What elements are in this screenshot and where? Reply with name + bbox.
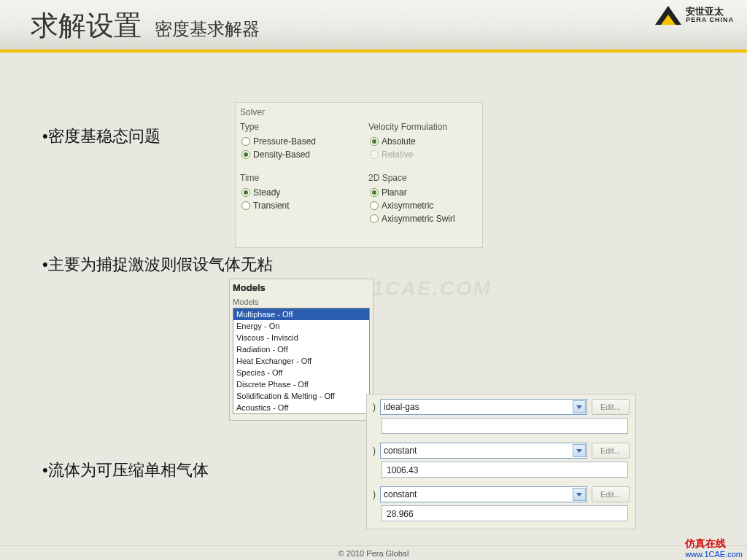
radio-absolute[interactable]: Absolute (368, 135, 478, 148)
slide-header: 求解设置 密度基求解器 安世亚太 PERA CHINA (0, 0, 747, 52)
radio-icon (370, 150, 379, 159)
property-row-cp: ) constant Edit... 1006.43 (373, 443, 630, 478)
bullet-2: •主要为捕捉激波则假设气体无粘 (42, 254, 273, 276)
slide-title: 求解设置 (31, 7, 142, 44)
property-row-mw: ) constant Edit... 28.966 (373, 486, 630, 521)
logo-triangle-icon (655, 6, 681, 25)
radio-icon (241, 188, 250, 197)
property-row-density: ) ideal-gas Edit... (373, 399, 630, 434)
company-logo: 安世亚太 PERA CHINA (655, 6, 734, 25)
time-label: Time (240, 173, 349, 183)
bullet-3: •流体为可压缩单相气体 (42, 459, 209, 481)
list-item[interactable]: Viscous - Inviscid (233, 332, 369, 343)
radio-icon (370, 214, 379, 223)
paren: ) (373, 402, 376, 412)
slide-subtitle: 密度基求解器 (155, 18, 260, 41)
solver-title: Solver (240, 107, 478, 117)
logo-cn: 安世亚太 (686, 6, 724, 17)
edit-button[interactable]: Edit... (592, 443, 630, 459)
chevron-down-icon[interactable] (573, 400, 586, 413)
list-item[interactable]: Multiphase - Off (233, 308, 369, 320)
watermark: 1CAE.COM (372, 277, 492, 300)
edit-button[interactable]: Edit... (592, 486, 630, 502)
brand-watermark: 仿真在线 www.1CAE.com (685, 537, 743, 559)
radio-icon (241, 201, 250, 210)
material-properties: ) ideal-gas Edit... ) constant Edit... 1… (366, 394, 636, 529)
paren: ) (373, 446, 376, 456)
radio-transient[interactable]: Transient (240, 199, 349, 212)
radio-icon (370, 188, 379, 197)
radio-axisymmetric[interactable]: Axisymmetric (368, 199, 478, 212)
list-item[interactable]: Acoustics - Off (233, 402, 369, 413)
radio-icon (241, 150, 250, 159)
density-value[interactable] (382, 418, 628, 434)
velocity-label: Velocity Formulation (368, 122, 478, 132)
brand-cn: 仿真在线 (685, 537, 726, 549)
models-title: Models (233, 282, 370, 293)
list-item[interactable]: Solidification & Melting - Off (233, 390, 369, 402)
radio-pressure-based[interactable]: Pressure-Based (240, 135, 349, 148)
radio-density-based[interactable]: Density-Based (240, 148, 349, 161)
mw-dropdown[interactable]: constant (380, 486, 587, 502)
list-item[interactable]: Heat Exchanger - Off (233, 355, 369, 367)
logo-text: 安世亚太 PERA CHINA (686, 7, 734, 24)
density-dropdown[interactable]: ideal-gas (380, 399, 587, 415)
edit-button[interactable]: Edit... (592, 399, 630, 415)
solver-panel: Solver Type Pressure-Based Density-Based… (235, 102, 483, 248)
radio-icon (241, 137, 250, 146)
cp-dropdown[interactable]: constant (380, 443, 587, 459)
models-list[interactable]: Multiphase - Off Energy - On Viscous - I… (233, 308, 370, 414)
radio-planar[interactable]: Planar (368, 186, 478, 199)
footer-copyright: © 2010 Pera Global (0, 545, 747, 560)
logo-en: PERA CHINA (686, 17, 734, 24)
list-item[interactable]: Species - Off (233, 367, 369, 378)
slide-content: •密度基稳态问题 •主要为捕捉激波则假设气体无粘 •流体为可压缩单相气体 1CA… (0, 58, 747, 542)
radio-steady[interactable]: Steady (240, 186, 349, 199)
chevron-down-icon[interactable] (573, 444, 586, 457)
radio-axisymmetric-swirl[interactable]: Axisymmetric Swirl (368, 212, 478, 225)
radio-icon (370, 201, 379, 210)
radio-relative: Relative (368, 148, 478, 161)
list-item[interactable]: Discrete Phase - Off (233, 378, 369, 390)
paren: ) (373, 489, 376, 499)
radio-icon (370, 137, 379, 146)
list-item[interactable]: Energy - On (233, 320, 369, 332)
bullet-1: •密度基稳态问题 (42, 125, 160, 147)
models-panel: Models Models Multiphase - Off Energy - … (229, 279, 374, 421)
list-item[interactable]: Radiation - Off (233, 343, 369, 355)
models-list-label: Models (233, 298, 370, 306)
chevron-down-icon[interactable] (573, 488, 586, 501)
mw-value[interactable]: 28.966 (382, 505, 628, 521)
type-label: Type (240, 122, 349, 132)
cp-value[interactable]: 1006.43 (382, 462, 628, 478)
brand-url: www.1CAE.com (685, 551, 743, 559)
space-label: 2D Space (368, 173, 478, 183)
